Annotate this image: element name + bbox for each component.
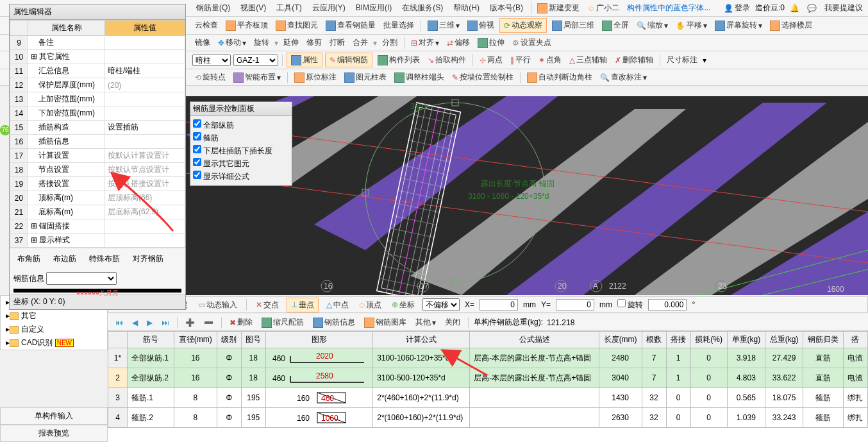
view-rebar-button[interactable]: 查看钢筋量 [323, 19, 378, 32]
cell-tw[interactable]: 33.622 [765, 368, 803, 388]
fullscreen-button[interactable]: 全屏 [599, 19, 631, 32]
prop-row-value[interactable] [105, 135, 185, 149]
bell-icon[interactable]: 🔔 [787, 3, 802, 14]
cell-t[interactable]: 电渣 [843, 368, 867, 388]
prop-row-name[interactable]: 顶标高(m) [28, 191, 105, 205]
nav-last[interactable]: ⏭ [159, 317, 172, 328]
login-button[interactable]: 👤登录 [721, 1, 753, 15]
cell-uw[interactable]: 4.803 [727, 368, 765, 388]
cell-t[interactable]: 电渣 [843, 348, 867, 368]
cell-len[interactable]: 2480 [599, 348, 642, 368]
chk-stirrup[interactable]: 箍筋 [193, 132, 289, 144]
move-button[interactable]: ✥移动▾ [215, 36, 249, 49]
component-type-select[interactable]: 暗柱 [192, 55, 231, 66]
trim-button[interactable]: 修剪 [304, 36, 324, 49]
tree-cad[interactable]: ▸CAD识别 NEW [1, 336, 107, 350]
cell-shape[interactable]: 160460 [265, 388, 372, 408]
cell-cnt[interactable]: 32 [642, 388, 666, 408]
cell-uw[interactable]: 3.918 [727, 348, 765, 368]
tab-corner[interactable]: 布角筋 [13, 252, 44, 266]
rotate-button[interactable]: 旋转 [251, 36, 272, 49]
tree-other[interactable]: ▸其它 [1, 309, 107, 323]
prop-row-name[interactable]: 汇总信息 [28, 64, 105, 78]
3d-button[interactable]: 三维▾ [425, 19, 462, 32]
cell-lap[interactable]: 0 [666, 408, 690, 428]
component-list-button[interactable]: 构件列表 [375, 53, 422, 67]
offset-button[interactable]: ⇄偏移 [444, 36, 472, 49]
batch-select-button[interactable]: 批量选择 [381, 19, 417, 32]
chk-detail-formula[interactable]: 显示详细公式 [193, 170, 289, 183]
cell-tw[interactable]: 33.243 [765, 408, 803, 428]
cell-lvl[interactable]: Φ [217, 368, 241, 388]
cell-dia[interactable]: 8 [174, 408, 217, 428]
menu-online[interactable]: 在线服务(S) [398, 1, 447, 15]
prop-row-name[interactable]: ⊞ 锚固搭接 [28, 219, 105, 234]
prop-row-value[interactable] [105, 50, 185, 64]
prop-row-name[interactable]: ⊞ 显示样式 [28, 234, 105, 248]
top-view-button[interactable]: 俯视 [465, 19, 497, 32]
table-row-idx[interactable]: 4 [108, 408, 128, 428]
smart-place-button[interactable]: 智能布置▾ [231, 71, 283, 84]
extend-button[interactable]: 延伸 [281, 36, 301, 49]
cell-cnt[interactable]: 7 [642, 368, 666, 388]
break-button[interactable]: 打断 [327, 36, 347, 49]
chat-icon[interactable]: 💬 [805, 3, 819, 14]
prop-row-value[interactable]: 暗柱/端柱 [105, 64, 185, 78]
prop-row-name[interactable]: 备注 [28, 36, 105, 50]
prop-row-name[interactable]: 节点设置 [28, 163, 105, 177]
chk-other-elem[interactable]: 显示其它图元 [193, 157, 289, 170]
pan-button[interactable]: ✋平移▾ [673, 19, 710, 32]
chk-all-long[interactable]: 全部纵筋 [193, 119, 289, 132]
cell-tw[interactable]: 18.075 [765, 388, 803, 408]
cloud-check-button[interactable]: 云检查 [192, 19, 221, 32]
prop-row-value[interactable] [105, 106, 185, 121]
auto-corner-button[interactable]: 自动判断边角柱 [524, 71, 595, 84]
cell-cat[interactable]: 直筋 [803, 348, 844, 368]
menu-bim[interactable]: BIM应用(I) [352, 1, 396, 15]
cell-loss[interactable]: 0 [690, 388, 727, 408]
cell-pic[interactable]: 18 [241, 368, 265, 388]
prop-row-name[interactable]: 计算设置 [28, 149, 105, 163]
close-button[interactable]: 关闭 [442, 316, 463, 329]
y-input[interactable] [556, 299, 594, 310]
cell-cnt[interactable]: 7 [642, 348, 666, 368]
insert-row[interactable]: ➕ [183, 317, 197, 328]
cell-tw[interactable]: 27.429 [765, 348, 803, 368]
cell-lvl[interactable]: Φ [217, 388, 241, 408]
orbit-button[interactable]: ⟳动态观察 [499, 18, 547, 33]
cell-len[interactable]: 2630 [599, 408, 642, 428]
menu-cloud[interactable]: 云应用(Y) [308, 1, 349, 15]
local-3d-button[interactable]: 局部三维 [549, 19, 597, 32]
cell-loss[interactable]: 0 [690, 368, 727, 388]
cell-num[interactable]: 全部纵筋.1 [128, 348, 174, 368]
prop-row-name[interactable]: 插筋信息 [28, 135, 105, 149]
prop-row-name[interactable]: 插筋构造 [28, 121, 105, 135]
rebar-info-select[interactable] [46, 272, 117, 285]
cell-cat[interactable]: 箍筋 [803, 408, 844, 428]
cell-lap[interactable]: 0 [666, 388, 690, 408]
parallel-button[interactable]: ∥平行 [508, 53, 533, 67]
rotate-point-button[interactable]: ⟲旋转点 [192, 71, 228, 84]
cell-num[interactable]: 箍筋.2 [128, 408, 174, 428]
menu-view[interactable]: 视图(V) [237, 1, 270, 15]
cell-shape[interactable]: 4602580 [265, 368, 372, 388]
nav-report[interactable]: 报表预览 [0, 425, 108, 442]
cell-len[interactable]: 1430 [599, 388, 642, 408]
prop-row-value[interactable] [105, 92, 185, 106]
cell-len[interactable]: 3040 [599, 368, 642, 388]
adjust-end-button[interactable]: 调整柱端头 [392, 71, 447, 84]
cell-num[interactable]: 全部纵筋.2 [128, 368, 174, 388]
snap-apex[interactable]: ◇顶点 [356, 298, 384, 312]
rotate-screen-button[interactable]: 屏幕旋转▾ [712, 19, 765, 32]
scale-rebar-button[interactable]: 缩尺配筋 [259, 316, 306, 329]
zoom-button[interactable]: 🔍缩放▾ [634, 19, 671, 32]
rotate-check[interactable]: 旋转 [617, 299, 643, 310]
cell-pic[interactable]: 195 [241, 388, 265, 408]
cell-num[interactable]: 箍筋.1 [128, 388, 174, 408]
delete-button[interactable]: ✖删除 [227, 316, 255, 329]
cell-cat[interactable]: 箍筋 [803, 388, 844, 408]
rebar-display-panel[interactable]: 钢筋显示控制面板 全部纵筋 箍筋 下层柱插筋下插长度 显示其它图元 显示详细公式 [190, 101, 292, 186]
nav-single-input[interactable]: 单构件输入 [0, 407, 108, 425]
align-top-button[interactable]: 平齐板顶 [223, 19, 271, 32]
cell-dia[interactable]: 16 [174, 348, 217, 368]
